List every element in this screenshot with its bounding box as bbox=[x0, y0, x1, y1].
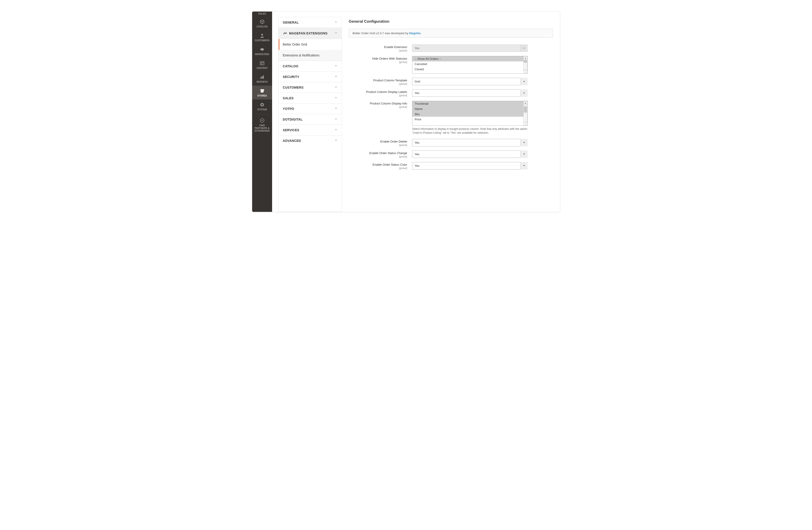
label-enable-extension: Enable Extension bbox=[384, 45, 407, 49]
chevron-down-icon bbox=[334, 139, 337, 143]
svg-rect-5 bbox=[262, 76, 263, 78]
config-section-general[interactable]: GENERAL bbox=[279, 17, 342, 28]
svg-rect-4 bbox=[261, 77, 261, 78]
resize-handle-icon[interactable] bbox=[523, 123, 527, 126]
option-sku[interactable]: Sku bbox=[412, 112, 523, 117]
config-form: General Configuration Better Order Grid … bbox=[342, 17, 560, 212]
config-section-sales[interactable]: SALES bbox=[279, 93, 342, 103]
svg-rect-6 bbox=[263, 75, 264, 79]
select-enable-delete[interactable]: Yes bbox=[412, 139, 528, 146]
option-show-all-orders[interactable]: -- Show All Orders -- bbox=[412, 56, 523, 61]
label-enable-status-change: Enable Order Status Change bbox=[369, 152, 407, 155]
chevron-down-icon bbox=[334, 20, 337, 25]
nav-item-marketing[interactable]: MARKETING bbox=[252, 44, 272, 58]
select-enable-extension: Yes bbox=[412, 44, 528, 52]
config-section-yotpo[interactable]: YOTPO bbox=[279, 103, 342, 114]
svg-rect-1 bbox=[260, 62, 264, 65]
config-section-advanced[interactable]: ADVANCED bbox=[279, 135, 342, 146]
config-sub-extensions-notifications[interactable]: Extensions & Notifications bbox=[279, 50, 342, 61]
select-product-template[interactable]: Grid bbox=[412, 78, 528, 85]
label-enable-delete: Enable Order Delete bbox=[380, 140, 407, 143]
nav-item-content[interactable]: CONTENT bbox=[252, 58, 272, 72]
person-icon bbox=[259, 33, 265, 38]
nav-item-sales[interactable]: SALES bbox=[252, 12, 272, 16]
chevron-down-icon bbox=[334, 128, 337, 132]
chevron-down-icon bbox=[334, 64, 337, 68]
config-section-dotdigital[interactable]: DOTDIGITAL bbox=[279, 114, 342, 125]
label-product-info: Product Column Display Info bbox=[370, 102, 407, 105]
select-enable-status-color[interactable]: Yes bbox=[412, 162, 528, 170]
bar-chart-icon bbox=[259, 74, 265, 80]
layout-icon bbox=[259, 60, 265, 66]
scroll-track[interactable] bbox=[523, 60, 527, 70]
svg-point-7 bbox=[262, 120, 263, 121]
chevron-up-icon bbox=[334, 31, 337, 35]
nav-item-partners[interactable]: FIND PARTNERS & EXTENSIONS bbox=[252, 115, 272, 134]
admin-sidebar: SALES CATALOG CUSTOMERS MARKETING CONTEN… bbox=[252, 12, 272, 212]
nav-item-stores[interactable]: STORES bbox=[252, 86, 272, 99]
puzzle-icon bbox=[259, 118, 265, 123]
config-section-catalog[interactable]: CATALOG bbox=[279, 61, 342, 72]
label-hide-orders: Hide Orders With Statuses bbox=[372, 57, 407, 60]
config-sidebar: GENERAL MAGEFAN EXTENSIONS Better Order … bbox=[278, 17, 342, 212]
box-icon bbox=[259, 19, 265, 25]
gear-icon bbox=[259, 102, 265, 108]
chevron-down-icon bbox=[334, 117, 337, 121]
scroll-up-icon[interactable]: ▲ bbox=[523, 56, 527, 60]
multiselect-hide-orders[interactable]: -- Show All Orders -- Canceled Closed ▲ … bbox=[412, 56, 528, 74]
config-section-services[interactable]: SERVICES bbox=[279, 125, 342, 135]
option-closed[interactable]: Closed bbox=[412, 67, 523, 72]
select-enable-status-change[interactable]: Yes bbox=[412, 151, 528, 158]
option-name[interactable]: Name bbox=[412, 106, 523, 112]
config-section-customers[interactable]: CUSTOMERS bbox=[279, 82, 342, 93]
label-product-labels: Product Column Display Labels bbox=[366, 90, 407, 94]
magefan-link[interactable]: Magefan bbox=[409, 31, 421, 35]
help-text-product-info: Select information to display in bought … bbox=[412, 127, 528, 135]
option-canceled[interactable]: Canceled bbox=[412, 61, 523, 67]
nav-item-customers[interactable]: CUSTOMERS bbox=[252, 30, 272, 44]
label-product-template: Product Column Template bbox=[373, 78, 407, 82]
config-section-magefan[interactable]: MAGEFAN EXTENSIONS bbox=[279, 28, 342, 39]
select-product-labels[interactable]: Yes bbox=[412, 89, 528, 97]
magefan-logo-icon bbox=[283, 31, 287, 35]
multiselect-product-info[interactable]: Thumbnail Name Sku Price ▲ ▼ bbox=[412, 101, 528, 126]
chevron-down-icon bbox=[334, 107, 337, 111]
section-title: General Configuration bbox=[349, 19, 553, 24]
chevron-down-icon bbox=[334, 75, 337, 79]
svg-point-0 bbox=[261, 34, 263, 35]
chevron-down-icon bbox=[334, 85, 337, 89]
option-price[interactable]: Price bbox=[412, 117, 523, 122]
store-icon bbox=[259, 88, 265, 94]
config-sub-better-order-grid[interactable]: Better Order Grid bbox=[279, 39, 342, 50]
megaphone-icon bbox=[259, 47, 265, 52]
scroll-up-icon[interactable]: ▲ bbox=[523, 101, 527, 105]
nav-item-catalog[interactable]: CATALOG bbox=[252, 16, 272, 30]
chevron-down-icon bbox=[334, 96, 337, 100]
nav-item-reports[interactable]: REPORTS bbox=[252, 72, 272, 86]
option-thumbnail[interactable]: Thumbnail bbox=[412, 101, 523, 106]
scroll-track[interactable] bbox=[523, 105, 527, 122]
label-enable-status-color: Enable Order Status Color bbox=[373, 163, 407, 166]
resize-handle-icon[interactable] bbox=[523, 71, 527, 73]
nav-item-system[interactable]: SYSTEM bbox=[252, 99, 272, 113]
developer-notice: Better Order Grid v2.0.7 was developed b… bbox=[349, 29, 553, 38]
config-section-security[interactable]: SECURITY bbox=[279, 72, 342, 82]
